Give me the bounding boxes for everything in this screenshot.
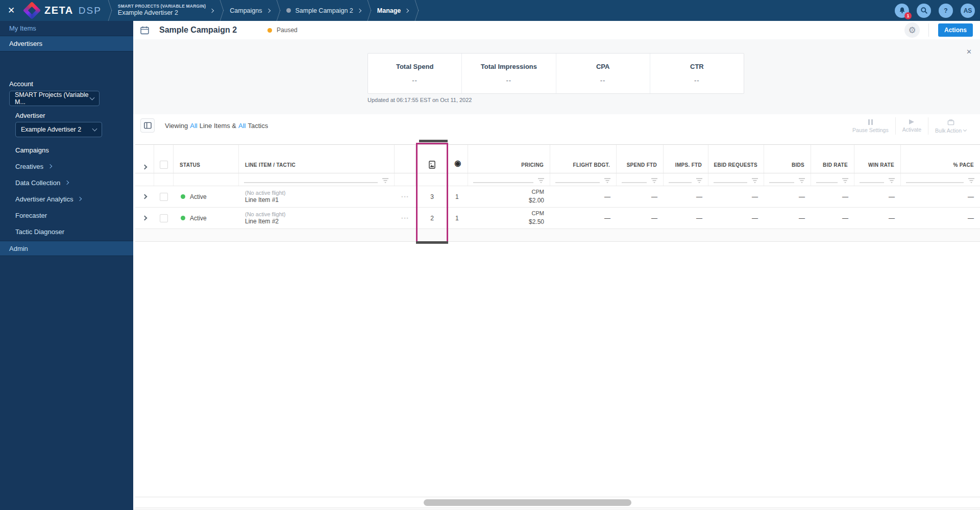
filter-icon[interactable] xyxy=(751,178,758,184)
stat-cpa: CPA -- xyxy=(556,54,650,93)
col-bids[interactable]: BIDS xyxy=(764,145,811,173)
filter-icon[interactable] xyxy=(537,178,545,184)
stats-close-icon[interactable]: ✕ xyxy=(966,48,972,56)
col-row-actions xyxy=(395,145,416,173)
advertiser-select[interactable]: Example Advertiser 2 xyxy=(15,122,102,137)
expand-row-icon[interactable] xyxy=(142,194,148,199)
notifications-button[interactable]: 1 xyxy=(895,4,909,18)
zeta-dsp-logo[interactable]: ZETA DSP xyxy=(26,4,102,17)
all-line-items-link[interactable]: All xyxy=(190,122,197,130)
filter-input[interactable] xyxy=(244,177,378,183)
col-pace[interactable]: % PACE xyxy=(901,145,980,173)
filter-pace xyxy=(901,173,980,186)
filter-icon[interactable] xyxy=(888,178,895,184)
row-flight-budget: — xyxy=(550,186,617,207)
breadcrumb-campaigns[interactable]: Campaigns xyxy=(230,7,270,14)
sidebar-item-creatives[interactable]: Creatives xyxy=(0,158,133,174)
filter-icon[interactable] xyxy=(798,178,805,184)
brand-name: ZETA xyxy=(44,5,74,16)
expand-all-icon[interactable] xyxy=(142,165,147,170)
filter-win-rate xyxy=(854,173,901,186)
bulk-action-button[interactable]: Bulk Action xyxy=(928,117,973,135)
sidebar-item-data-collection[interactable]: Data Collection xyxy=(0,174,133,191)
col-spend-ftd[interactable]: SPEND FTD xyxy=(617,145,664,173)
all-tactics-link[interactable]: All xyxy=(238,122,246,130)
breadcrumb-divider xyxy=(217,0,226,21)
campaigns-label: Campaigns xyxy=(230,7,262,14)
pause-settings-button[interactable]: Pause Settings xyxy=(846,117,895,135)
row-ebid-requests: — xyxy=(708,208,764,228)
select-all-checkbox[interactable] xyxy=(160,161,168,169)
sidebar-item-my-items[interactable]: My Items xyxy=(0,21,133,36)
filter-bid-rate xyxy=(811,173,854,186)
account-select[interactable]: SMART Projects (Variable M... xyxy=(9,91,100,106)
sidebar-item-tactic-diagnoser[interactable]: Tactic Diagnoser xyxy=(0,223,133,240)
filter-icon[interactable] xyxy=(968,178,975,184)
col-tactics[interactable]: ◉ xyxy=(448,145,468,173)
sidebar-item-campaigns[interactable]: Campaigns xyxy=(0,142,133,158)
account-select-value: SMART Projects (Variable M... xyxy=(15,91,90,106)
sidebar-item-admin[interactable]: Admin xyxy=(0,241,133,256)
filter-input[interactable] xyxy=(473,177,533,183)
table-row[interactable]: Active (No active flight)Line Item #2 ••… xyxy=(135,208,980,229)
table-row[interactable]: Active (No active flight)Line Item #1 ••… xyxy=(135,186,980,208)
filter-icon[interactable] xyxy=(382,178,389,184)
filter-input[interactable] xyxy=(816,177,838,183)
main-content: Sample Campaign 2 Paused ⚙ Actions ✕ Tot… xyxy=(133,21,980,510)
chevron-right-icon xyxy=(65,181,69,185)
row-checkbox[interactable] xyxy=(160,214,168,222)
bulk-action-icon xyxy=(947,119,954,125)
col-creatives[interactable] xyxy=(416,145,448,173)
table-filter-row xyxy=(135,173,980,186)
row-ebid-requests: — xyxy=(708,186,764,207)
filter-input[interactable] xyxy=(555,177,600,183)
avatar[interactable]: AS xyxy=(961,4,975,18)
stat-total-spend: Total Spend -- xyxy=(368,54,462,93)
filter-input[interactable] xyxy=(769,177,794,183)
filter-icon[interactable] xyxy=(604,178,611,184)
search-button[interactable] xyxy=(917,4,931,18)
filter-input[interactable] xyxy=(714,177,747,183)
col-status[interactable]: STATUS xyxy=(174,145,239,173)
filter-icon[interactable] xyxy=(842,178,849,184)
col-ebid-requests[interactable]: EBID REQUESTS xyxy=(708,145,764,173)
sidebar-item-forecaster[interactable]: Forecaster xyxy=(0,207,133,223)
sidebar-item-advertiser-analytics[interactable]: Advertiser Analytics xyxy=(0,191,133,207)
line-items-table: STATUS LINE ITEM / TACTIC ◉ PRICING FLIG… xyxy=(135,144,980,242)
col-pricing[interactable]: PRICING xyxy=(468,145,550,173)
filter-input[interactable] xyxy=(622,177,647,183)
col-imps-ftd[interactable]: IMPS. FTD xyxy=(664,145,708,173)
row-pricing: CPM$2.50 xyxy=(468,208,550,228)
breadcrumb-campaign[interactable]: Sample Campaign 2 xyxy=(286,7,361,14)
help-button[interactable]: ? xyxy=(939,4,953,18)
row-imps-ftd: — xyxy=(664,208,708,228)
filter-input[interactable] xyxy=(669,177,692,183)
col-flight-budget[interactable]: FLIGHT BDGT. xyxy=(550,145,617,173)
stats-section: ✕ Total Spend -- Total Impressions -- CP… xyxy=(133,39,980,114)
settings-button[interactable]: ⚙ xyxy=(904,22,920,38)
sidebar-item-advertisers[interactable]: Advertisers xyxy=(0,36,133,52)
col-bid-rate[interactable]: BID RATE xyxy=(811,145,854,173)
close-icon[interactable]: ✕ xyxy=(0,0,22,21)
filter-input[interactable] xyxy=(860,177,884,183)
breadcrumb-account[interactable]: SMART PROJECTS (VARIABLE MARGIN) Example… xyxy=(118,4,213,17)
column-layout-button[interactable] xyxy=(140,118,155,133)
expand-row-icon[interactable] xyxy=(142,216,148,221)
creative-document-icon xyxy=(429,161,435,169)
activate-button[interactable]: Activate xyxy=(895,117,928,135)
col-line-item-tactic[interactable]: LINE ITEM / TACTIC xyxy=(239,145,395,173)
campaign-header: Sample Campaign 2 Paused ⚙ Actions xyxy=(133,21,980,39)
filter-icon[interactable] xyxy=(651,178,658,184)
scrollbar-thumb[interactable] xyxy=(424,499,631,506)
row-actions-icon[interactable]: ••• xyxy=(401,216,409,221)
breadcrumb-manage[interactable]: Manage xyxy=(377,7,409,14)
actions-button[interactable]: Actions xyxy=(938,23,973,37)
row-line-item: (No active flight)Line Item #1 xyxy=(239,186,395,207)
line-item-name: Line Item #2 xyxy=(245,218,279,226)
col-win-rate[interactable]: WIN RATE xyxy=(854,145,901,173)
product-name: DSP xyxy=(79,5,102,16)
row-actions-icon[interactable]: ••• xyxy=(401,194,409,199)
filter-input[interactable] xyxy=(906,177,964,183)
filter-icon[interactable] xyxy=(696,178,703,184)
row-checkbox[interactable] xyxy=(160,193,168,201)
